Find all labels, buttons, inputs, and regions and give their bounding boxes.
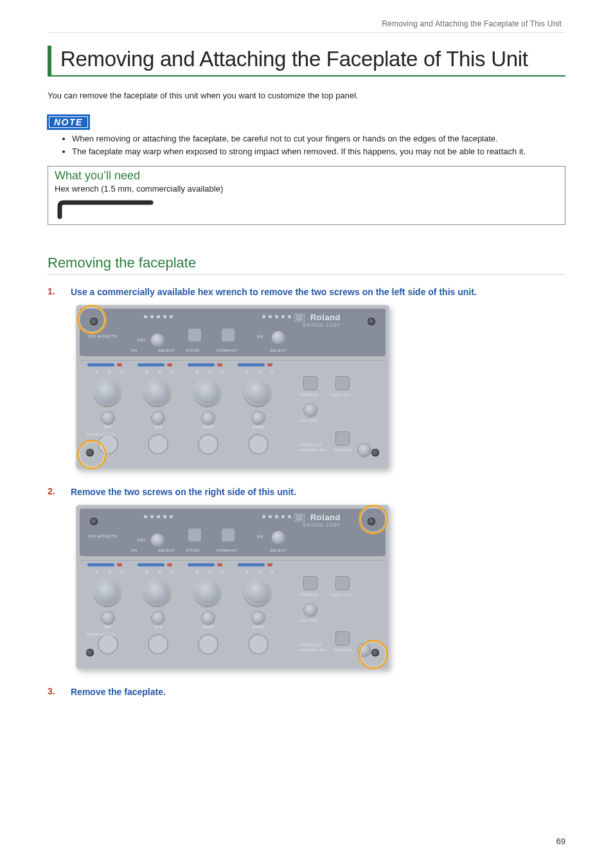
note-item: The faceplate may warp when exposed to s… xyxy=(72,146,565,158)
lbl-ch-chat: CHAT xyxy=(189,425,227,429)
mute-btn-icon xyxy=(148,434,168,455)
lbl-eq: EQ xyxy=(257,534,263,538)
indicator-dots-icon xyxy=(144,315,173,318)
lbl-key: KEY xyxy=(138,538,146,542)
mute-btn-icon xyxy=(148,634,168,655)
highlight-circle-icon xyxy=(359,640,388,669)
device-panel-illustration: MIC EFFECTS KEY ON SELECT PITCH FORMANT … xyxy=(76,305,389,469)
trim-icon xyxy=(151,411,165,425)
lbl-phones: PHONES xyxy=(334,648,352,652)
steps-list: 1 Use a commercially available hex wrenc… xyxy=(48,286,565,698)
header-breadcrumb: Removing and Attaching the Faceplate of … xyxy=(48,19,565,28)
step: 3 Remove the faceplate. xyxy=(48,686,565,698)
lbl-personal-mix: PERSONAL MIX xyxy=(299,648,326,652)
lbl-ch-game: GAME xyxy=(239,425,278,429)
trim-icon xyxy=(251,611,265,625)
knob-ch3-icon xyxy=(194,379,221,406)
brand-roland: Roland xyxy=(310,312,341,322)
highlight-circle-icon xyxy=(359,505,388,534)
lbl-mute-assign: MUTE/ASSIGN xyxy=(86,633,116,637)
step-number: 2 xyxy=(48,486,71,496)
note-badge: NOTE xyxy=(48,115,89,129)
screw-top-left-icon xyxy=(90,518,98,525)
lbl-stream-mix: STREAM MIX xyxy=(299,443,322,447)
knob-ch4-icon xyxy=(244,579,271,606)
knob-key-icon xyxy=(150,533,164,547)
trim-icon xyxy=(101,411,115,425)
lbl-mute-assign: MUTE/ASSIGN xyxy=(86,433,116,437)
btn-formant-icon xyxy=(221,528,235,542)
knob-ch4-icon xyxy=(244,379,271,406)
trim-icon xyxy=(201,611,215,625)
lbl-ch-mic: MIC xyxy=(89,425,127,429)
lbl-ch-game: GAME xyxy=(239,625,278,629)
header-rule xyxy=(48,32,565,33)
section-heading: Removing the faceplate xyxy=(48,255,565,275)
page: Removing and Attaching the Faceplate of … xyxy=(0,0,613,868)
what-youll-need-box: What you’ll need Hex wrench (1.5 mm, com… xyxy=(48,166,565,225)
lbl-mixlink: MIX LINK xyxy=(299,619,318,622)
brand-logo-icon xyxy=(294,514,305,521)
lbl-select: SELECT xyxy=(158,348,175,352)
step-number: 3 xyxy=(48,686,71,696)
trim-icon xyxy=(151,611,165,625)
knob-ch2-icon xyxy=(144,579,171,606)
btn-formant-icon xyxy=(221,328,235,342)
knob-phones-icon xyxy=(357,443,371,457)
knob-eq-icon xyxy=(271,330,285,345)
brand-logo-icon xyxy=(294,314,305,321)
trim-icon xyxy=(101,611,115,625)
lbl-select: SELECT xyxy=(270,548,287,552)
lbl-mic-effects: MIC EFFECTS xyxy=(89,534,117,538)
lbl-lineout: LINE OUT xyxy=(332,393,351,397)
knob-ch1-icon xyxy=(94,379,121,406)
step-text: Remove the faceplate. xyxy=(71,686,166,698)
screw-bottom-right-icon xyxy=(371,449,379,457)
figure-left-screws: MIC EFFECTS KEY ON SELECT PITCH FORMANT … xyxy=(76,305,565,469)
trim-icon xyxy=(251,411,265,425)
lbl-ch-mic: MIC xyxy=(89,625,127,629)
step-text: Use a commercially available hex wrench … xyxy=(71,286,477,298)
btn-pitch-icon xyxy=(188,328,202,342)
step: 2 Remove the two screws on the right sid… xyxy=(48,486,565,669)
btn-phones-icon xyxy=(335,431,350,446)
page-number: 69 xyxy=(556,836,565,846)
hex-wrench-illustration xyxy=(55,197,558,219)
knob-ch3-icon xyxy=(194,579,221,606)
lbl-ch-aux: AUX xyxy=(139,625,177,629)
lbl-stream-mix: STREAM MIX xyxy=(299,643,322,647)
knob-ch1-icon xyxy=(94,579,121,606)
highlight-circle-icon xyxy=(77,305,107,334)
highlight-circle-icon xyxy=(77,440,107,469)
brand-roland: Roland xyxy=(310,512,341,522)
brand-sub: BRIDGE CAST xyxy=(303,323,341,327)
indicator-dots-icon xyxy=(144,515,173,518)
lbl-on: ON xyxy=(131,548,138,552)
lbl-stream: STREAM xyxy=(301,393,318,397)
lbl-lineout: LINE OUT xyxy=(332,593,351,597)
mute-btn-icon xyxy=(248,434,269,455)
lbl-formant: FORMANT xyxy=(217,348,237,352)
lbl-select: SELECT xyxy=(158,548,175,552)
step-text: Remove the two screws on the right side … xyxy=(71,486,296,498)
btn-lineout-icon xyxy=(335,576,350,590)
lbl-stream: STREAM xyxy=(301,593,318,597)
figure-right-screws: MIC EFFECTS KEY ON SELECT PITCH FORMANT … xyxy=(76,505,565,669)
lbl-formant: FORMANT xyxy=(217,548,237,552)
knob-eq-icon xyxy=(271,530,285,545)
mute-btn-icon xyxy=(198,634,218,655)
mute-btn-icon xyxy=(198,434,218,455)
need-heading: What you’ll need xyxy=(55,169,558,183)
lbl-select: SELECT xyxy=(270,348,287,352)
mute-btn-icon xyxy=(248,634,269,655)
screw-top-right-icon xyxy=(368,318,375,325)
btn-lineout-icon xyxy=(335,376,350,390)
step-number: 1 xyxy=(48,286,71,296)
note-list: When removing or attaching the faceplate… xyxy=(48,133,565,157)
lbl-phones: PHONES xyxy=(334,448,352,452)
mute-btn-icon xyxy=(98,634,118,655)
lbl-ch-chat: CHAT xyxy=(189,625,227,629)
device-panel-illustration: MIC EFFECTS KEY ON SELECT PITCH FORMANT … xyxy=(76,505,389,669)
page-title: Removing and Attaching the Faceplate of … xyxy=(60,47,562,71)
knob-key-icon xyxy=(150,333,164,347)
